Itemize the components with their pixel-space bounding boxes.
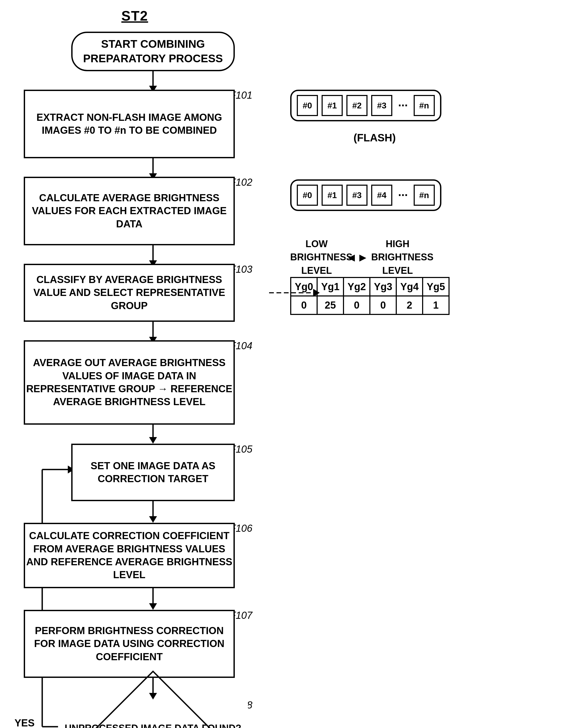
yg3-val: 0 [370, 296, 396, 314]
yg2-header: Yg2 [343, 277, 370, 296]
high-brightness-label: HIGHBRIGHTNESSLEVEL [371, 237, 424, 277]
flash-img-n: #n [414, 95, 435, 116]
f107-box: PERFORM BRIGHTNESS CORRECTION FOR IMAGE … [24, 610, 235, 678]
brightness-arrow: ◄► [346, 251, 369, 264]
flash-img-3: #3 [371, 95, 392, 116]
yg2-val: 0 [343, 296, 370, 314]
nf-img-1: #1 [322, 185, 343, 206]
nf-img-4: #4 [371, 185, 392, 206]
brightness-header-area: LOWBRIGHTNESSLEVEL ◄► HIGHBRIGHTNESSLEVE… [290, 237, 424, 277]
page-title: ST2 [121, 8, 148, 24]
yg4-val: 2 [396, 296, 423, 314]
yg1-val: 25 [317, 296, 343, 314]
yg4-header: Yg4 [396, 277, 423, 296]
yg1-header: Yg1 [317, 277, 343, 296]
svg-marker-11 [149, 516, 157, 523]
f106-box: CALCULATE CORRECTION COEFFICIENT FROM AV… [24, 523, 235, 588]
flash-group: #0 #1 #2 #3 ··· #n [290, 90, 441, 121]
flash-img-2: #2 [346, 95, 367, 116]
nf-img-3: #3 [346, 185, 367, 206]
flash-img-0: #0 [297, 95, 318, 116]
low-brightness-label: LOWBRIGHTNESSLEVEL [290, 237, 343, 277]
start-box: START COMBINING PREPARATORY PROCESS [71, 32, 235, 71]
f105-box: SET ONE IMAGE DATA AS CORRECTION TARGET [71, 444, 235, 501]
yg0-val: 0 [291, 296, 317, 314]
yg5-header: Yg5 [423, 277, 449, 296]
f102-box: CALCULATE AVERAGE BRIGHTNESS VALUES FOR … [24, 177, 235, 245]
yg-table: Yg0 Yg1 Yg2 Yg3 Yg4 Yg5 0 25 0 0 2 1 [290, 277, 450, 315]
nonflash-group: #0 #1 #3 #4 ··· #n [290, 179, 441, 211]
nf-img-0: #0 [297, 185, 318, 206]
svg-marker-13 [149, 603, 157, 610]
f104-box: AVERAGE OUT AVERAGE BRIGHTNESS VALUES OF… [24, 340, 235, 425]
svg-marker-9 [149, 437, 157, 444]
brightness-table: Yg0 Yg1 Yg2 Yg3 Yg4 Yg5 0 25 0 0 2 1 [290, 277, 450, 315]
f103-box: CLASSIFY BY AVERAGE BRIGHTNESS VALUE AND… [24, 264, 235, 322]
f101-box: EXTRACT NON-FLASH IMAGE AMONG IMAGES #0 … [24, 90, 235, 158]
yg5-val: 1 [423, 296, 449, 314]
yes-label: YES [15, 717, 35, 728]
flash-ellipsis: ··· [396, 99, 410, 112]
nf-img-n: #n [414, 185, 435, 206]
nf-ellipsis: ··· [396, 189, 410, 202]
diagram-container: ST2 START COMBINING PREPARATORY PROCESS … [0, 0, 568, 728]
yg0-header: Yg0 [291, 277, 317, 296]
f108-diamond: UNPROCESSED IMAGE DATA FOUND? [58, 700, 248, 728]
yg3-header: Yg3 [370, 277, 396, 296]
flash-img-1: #1 [322, 95, 343, 116]
flash-label: (FLASH) [354, 132, 396, 144]
